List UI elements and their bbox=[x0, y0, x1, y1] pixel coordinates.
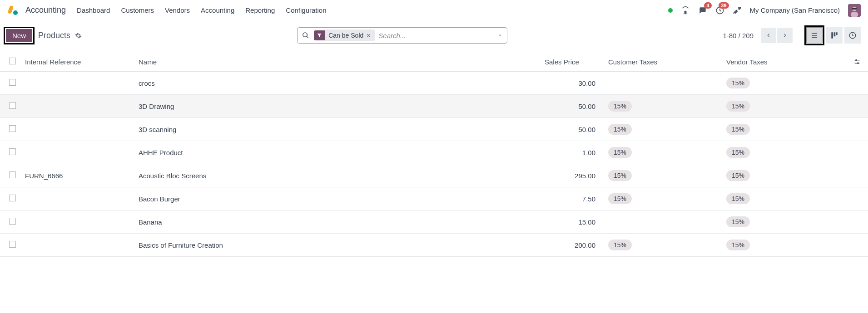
user-avatar[interactable] bbox=[848, 4, 861, 17]
cell-name: Bacon Burger bbox=[134, 187, 540, 210]
row-checkbox[interactable] bbox=[9, 195, 16, 201]
pager-prev-button[interactable] bbox=[761, 28, 776, 43]
row-checkbox[interactable] bbox=[9, 102, 16, 109]
list-view-button[interactable] bbox=[806, 27, 823, 44]
row-checkbox[interactable] bbox=[9, 79, 16, 86]
row-checkbox[interactable] bbox=[9, 171, 16, 178]
row-checkbox[interactable] bbox=[9, 218, 16, 225]
pager-text[interactable]: 1-80 / 209 bbox=[723, 32, 754, 39]
cell-name: AHHE Product bbox=[134, 141, 540, 164]
tax-pill[interactable]: 15% bbox=[726, 193, 750, 204]
app-logo-icon[interactable] bbox=[7, 5, 18, 16]
nav-customers[interactable]: Customers bbox=[121, 6, 154, 14]
filter-chip[interactable]: Can be Sold ✕ bbox=[325, 29, 375, 41]
col-optional-fields[interactable] bbox=[849, 52, 868, 72]
nav-vendors[interactable]: Vendors bbox=[165, 6, 190, 14]
table-row[interactable]: Banana15.0015% bbox=[0, 210, 868, 234]
search-icon[interactable] bbox=[298, 32, 314, 39]
nav-dashboard[interactable]: Dashboard bbox=[77, 6, 110, 14]
new-button-highlight: New bbox=[4, 27, 35, 44]
col-customer-taxes[interactable]: Customer Taxes bbox=[604, 52, 722, 72]
tools-icon[interactable] bbox=[733, 6, 742, 15]
table-row[interactable]: AHHE Product1.0015%15% bbox=[0, 141, 868, 164]
tax-pill[interactable]: 15% bbox=[608, 101, 632, 112]
search-input[interactable] bbox=[375, 29, 493, 42]
cell-price: 50.00 bbox=[540, 118, 604, 141]
cell-internal-ref: FURN_6666 bbox=[20, 164, 134, 187]
table-row[interactable]: FURN_6666Acoustic Bloc Screens295.0015%1… bbox=[0, 164, 868, 187]
cell-price: 15.00 bbox=[540, 210, 604, 234]
tax-pill[interactable]: 15% bbox=[608, 124, 632, 135]
svg-rect-17 bbox=[834, 32, 836, 36]
kanban-view-button[interactable] bbox=[826, 27, 843, 44]
cell-name: Acoustic Bloc Screens bbox=[134, 164, 540, 187]
table-row[interactable]: crocs30.0015% bbox=[0, 72, 868, 95]
col-name[interactable]: Name bbox=[134, 52, 540, 72]
tax-pill[interactable]: 15% bbox=[726, 147, 750, 158]
col-vendor-taxes[interactable]: Vendor Taxes bbox=[722, 52, 849, 72]
cell-name: Banana bbox=[134, 210, 540, 234]
search-dropdown-toggle[interactable] bbox=[493, 29, 507, 41]
nav-configuration[interactable]: Configuration bbox=[286, 6, 326, 14]
cell-internal-ref bbox=[20, 141, 134, 164]
svg-rect-9 bbox=[852, 8, 857, 10]
row-checkbox[interactable] bbox=[9, 125, 16, 132]
col-internal-ref[interactable]: Internal Reference bbox=[20, 52, 134, 72]
filter-remove-icon[interactable]: ✕ bbox=[366, 32, 371, 39]
table-row[interactable]: Bacon Burger7.5015%15% bbox=[0, 187, 868, 210]
nav-accounting[interactable]: Accounting bbox=[201, 6, 234, 14]
table-row[interactable]: Basics of Furniture Creation200.0015%15% bbox=[0, 234, 868, 257]
tax-pill[interactable]: 15% bbox=[726, 240, 750, 250]
phone-icon[interactable] bbox=[681, 6, 690, 15]
messages-badge: 4 bbox=[704, 2, 711, 9]
cell-name: 3D Drawing bbox=[134, 95, 540, 118]
tax-pill[interactable]: 15% bbox=[608, 240, 632, 250]
table-row[interactable]: 3D scanning50.0015%15% bbox=[0, 118, 868, 141]
cell-vendor-tax: 15% bbox=[722, 234, 849, 257]
table-row[interactable]: 3D Drawing50.0015%15% bbox=[0, 95, 868, 118]
cell-vendor-tax: 15% bbox=[722, 72, 849, 95]
filter-chip-label: Can be Sold bbox=[328, 32, 363, 39]
activities-icon[interactable]: 39 bbox=[715, 6, 724, 15]
tax-pill[interactable]: 15% bbox=[726, 78, 750, 88]
search-bar: Can be Sold ✕ bbox=[297, 27, 507, 44]
cell-customer-tax: 15% bbox=[604, 118, 722, 141]
tax-pill[interactable]: 15% bbox=[608, 147, 632, 158]
tax-pill[interactable]: 15% bbox=[726, 216, 750, 227]
company-selector[interactable]: My Company (San Francisco) bbox=[750, 6, 840, 14]
nav-menu: Dashboard Customers Vendors Accounting R… bbox=[77, 6, 326, 14]
cell-vendor-tax: 15% bbox=[722, 187, 849, 210]
cell-customer-tax: 15% bbox=[604, 164, 722, 187]
app-name[interactable]: Accounting bbox=[25, 5, 66, 15]
cell-name: Basics of Furniture Creation bbox=[134, 234, 540, 257]
tax-pill[interactable]: 15% bbox=[726, 170, 750, 181]
cell-price: 50.00 bbox=[540, 95, 604, 118]
cell-customer-tax: 15% bbox=[604, 187, 722, 210]
cell-price: 1.00 bbox=[540, 141, 604, 164]
messages-icon[interactable]: 4 bbox=[698, 6, 707, 15]
svg-line-12 bbox=[307, 36, 308, 38]
col-sales-price[interactable]: Sales Price bbox=[540, 52, 604, 72]
nav-reporting[interactable]: Reporting bbox=[245, 6, 275, 14]
activity-view-button[interactable] bbox=[844, 27, 861, 44]
pager-next-button[interactable] bbox=[777, 28, 793, 43]
new-button[interactable]: New bbox=[6, 29, 32, 42]
main-navbar: Accounting Dashboard Customers Vendors A… bbox=[0, 0, 868, 21]
tax-pill[interactable]: 15% bbox=[726, 101, 750, 112]
cell-customer-tax: 15% bbox=[604, 141, 722, 164]
select-all-checkbox[interactable] bbox=[9, 58, 16, 64]
cell-name: 3D scanning bbox=[134, 118, 540, 141]
tax-pill[interactable]: 15% bbox=[608, 170, 632, 181]
svg-rect-16 bbox=[831, 32, 833, 39]
cell-internal-ref bbox=[20, 234, 134, 257]
nav-right: 4 39 My Company (San Francisco) bbox=[668, 4, 861, 17]
tax-pill[interactable]: 15% bbox=[608, 193, 632, 204]
svg-point-21 bbox=[856, 59, 857, 61]
cell-vendor-tax: 15% bbox=[722, 141, 849, 164]
cell-price: 7.50 bbox=[540, 187, 604, 210]
breadcrumb-title: Products bbox=[38, 31, 70, 40]
tax-pill[interactable]: 15% bbox=[726, 124, 750, 135]
row-checkbox[interactable] bbox=[9, 148, 16, 155]
gear-icon[interactable] bbox=[75, 32, 82, 39]
row-checkbox[interactable] bbox=[9, 241, 16, 248]
